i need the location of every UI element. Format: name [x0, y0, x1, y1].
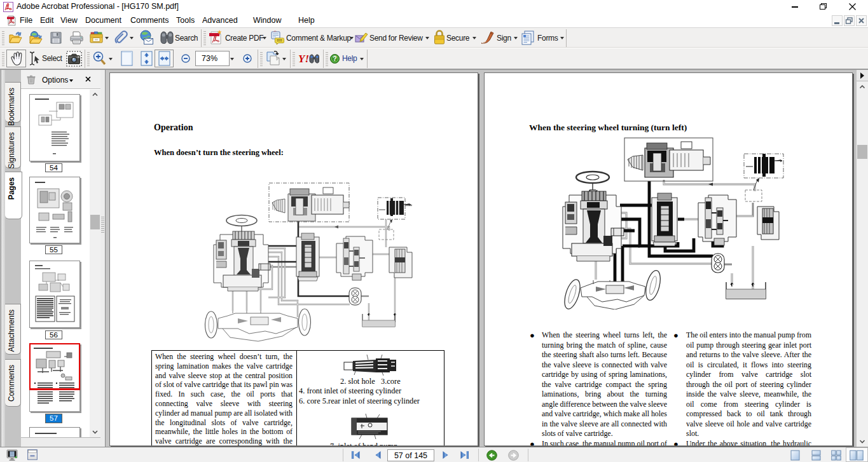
svg-text:?: ? [333, 55, 336, 62]
